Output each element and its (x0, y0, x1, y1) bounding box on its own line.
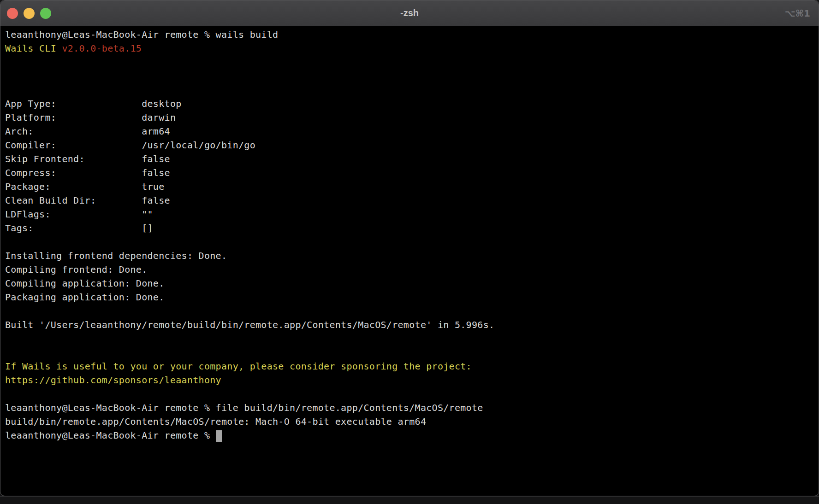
terminal-line: leaanthony@Leas-MacBook-Air remote % fil… (5, 401, 814, 415)
terminal-line: Tags: [] (5, 221, 814, 235)
terminal-cursor (216, 430, 222, 442)
terminal-text-segment: Arch: arm64 (5, 126, 170, 137)
terminal-line (5, 387, 814, 401)
terminal-line: Wails CLI v2.0.0-beta.15 (5, 41, 814, 55)
terminal-text-segment: https://github.com/sponsors/leaanthony (5, 375, 221, 386)
terminal-text-segment: Wails CLI (5, 43, 62, 54)
terminal-text-segment: Built '/Users/leaanthony/remote/build/bi… (5, 319, 494, 330)
terminal-text-segment: Packaging application: Done. (5, 292, 165, 303)
terminal-text-segment: Installing frontend dependencies: Done. (5, 250, 227, 261)
terminal-line: Packaging application: Done. (5, 290, 814, 304)
terminal-text-segment: leaanthony@Leas-MacBook-Air remote % fil… (5, 402, 483, 413)
terminal-text-segment: Tags: [] (5, 223, 153, 234)
terminal-line: Skip Frontend: false (5, 152, 814, 166)
terminal-line (5, 332, 814, 346)
terminal-line: Clean Build Dir: false (5, 193, 814, 207)
terminal-line: build/bin/remote.app/Contents/MacOS/remo… (5, 415, 814, 428)
terminal-line: Compiling frontend: Done. (5, 263, 814, 276)
terminal-text-segment: Compiler: /usr/local/go/bin/go (5, 140, 255, 151)
terminal-line: If Wails is useful to you or your compan… (5, 359, 814, 373)
close-button[interactable] (7, 8, 18, 19)
terminal-line: App Type: desktop (5, 97, 814, 111)
terminal-line: Compiler: /usr/local/go/bin/go (5, 138, 814, 152)
terminal-line: Compiling application: Done. (5, 276, 814, 290)
terminal-line: Built '/Users/leaanthony/remote/build/bi… (5, 318, 814, 332)
window-title: -zsh (0, 8, 819, 18)
terminal-line (5, 235, 814, 249)
terminal-text-segment: Package: true (5, 181, 165, 192)
terminal-line: Package: true (5, 180, 814, 193)
terminal-line (5, 304, 814, 318)
minimize-button[interactable] (24, 8, 35, 19)
terminal-text-segment: If Wails is useful to you or your compan… (5, 361, 472, 372)
terminal-line: Compress: false (5, 166, 814, 180)
terminal-line: LDFlags: "" (5, 207, 814, 221)
traffic-lights (0, 8, 51, 19)
terminal-text-segment: leaanthony@Leas-MacBook-Air remote % wai… (5, 29, 278, 40)
zoom-button[interactable] (40, 8, 51, 19)
terminal-line (5, 55, 814, 69)
terminal-text-segment: Compiling frontend: Done. (5, 264, 148, 275)
terminal-text-segment: Skip Frontend: false (5, 153, 170, 164)
terminal-line: Arch: arm64 (5, 124, 814, 138)
terminal-line (5, 346, 814, 359)
terminal-line: leaanthony@Leas-MacBook-Air remote % wai… (5, 28, 814, 41)
terminal-line (5, 69, 814, 83)
terminal-window: -zsh ⌥⌘1 leaanthony@Leas-MacBook-Air rem… (0, 0, 819, 496)
window-shortcut-badge: ⌥⌘1 (784, 8, 810, 19)
terminal-text-segment: build/bin/remote.app/Contents/MacOS/remo… (5, 416, 426, 427)
desktop-background (0, 496, 819, 504)
terminal-text-segment: Platform: darwin (5, 112, 176, 123)
terminal-line: https://github.com/sponsors/leaanthony (5, 373, 814, 387)
terminal-text-segment: v2.0.0-beta.15 (62, 43, 142, 54)
terminal-text-segment: LDFlags: "" (5, 209, 153, 220)
terminal-text-segment: Compiling application: Done. (5, 278, 165, 289)
terminal-screen[interactable]: leaanthony@Leas-MacBook-Air remote % wai… (0, 26, 819, 444)
terminal-text-segment: Compress: false (5, 167, 170, 178)
titlebar[interactable]: -zsh ⌥⌘1 (0, 0, 819, 26)
terminal-text-segment: App Type: desktop (5, 98, 182, 109)
terminal-text-segment: leaanthony@Leas-MacBook-Air remote % (5, 430, 216, 441)
terminal-line: leaanthony@Leas-MacBook-Air remote % (5, 428, 814, 442)
terminal-line: Platform: darwin (5, 111, 814, 124)
terminal-line (5, 83, 814, 97)
terminal-line: Installing frontend dependencies: Done. (5, 249, 814, 263)
terminal-text-segment: Clean Build Dir: false (5, 195, 170, 206)
